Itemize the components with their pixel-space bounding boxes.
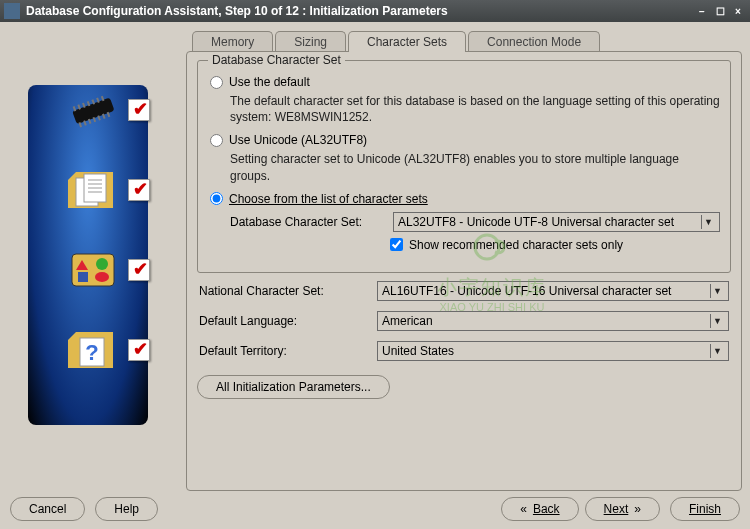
sidebar-step-memory [14, 80, 172, 140]
db-charset-label: Database Character Set: [230, 215, 385, 229]
show-recommended-checkbox[interactable] [390, 238, 403, 251]
svg-rect-6 [96, 98, 100, 103]
svg-point-23 [96, 258, 108, 270]
back-glyph-icon: « [520, 502, 527, 516]
svg-rect-2 [77, 104, 81, 109]
radio-choose-list-input[interactable] [210, 192, 223, 205]
bottom-bar: Cancel Help « Back Next » Finish [8, 491, 742, 521]
folder-docs-icon [58, 160, 128, 220]
sidebar-step-connmode: ? [14, 320, 172, 380]
close-button[interactable]: × [730, 4, 746, 18]
svg-rect-13 [102, 113, 106, 118]
svg-rect-7 [101, 96, 105, 101]
tabs: Memory Sizing Character Sets Connection … [186, 30, 742, 51]
default-language-select[interactable]: American ▼ [377, 311, 729, 331]
next-label: Next [604, 502, 629, 516]
svg-rect-10 [88, 119, 92, 124]
database-charset-group: Database Character Set Use the default T… [197, 60, 731, 273]
back-label: Back [533, 502, 560, 516]
option-choose-list: Choose from the list of character sets D… [210, 192, 720, 252]
show-recommended-label: Show recommended character sets only [409, 238, 623, 252]
left-buttons: Cancel Help [10, 497, 158, 521]
radio-use-unicode-input[interactable] [210, 134, 223, 147]
chevron-down-icon: ▼ [701, 215, 715, 229]
right-buttons: « Back Next » Finish [501, 497, 740, 521]
radio-use-default-input[interactable] [210, 76, 223, 89]
svg-rect-24 [78, 272, 88, 282]
app-icon [4, 3, 20, 19]
tab-connection-mode[interactable]: Connection Mode [468, 31, 600, 52]
radio-use-unicode[interactable]: Use Unicode (AL32UTF8) [210, 133, 720, 147]
finish-label: Finish [689, 502, 721, 516]
db-charset-row: Database Character Set: AL32UTF8 - Unico… [230, 212, 720, 232]
next-glyph-icon: » [634, 502, 641, 516]
sidebar: ? [8, 30, 178, 491]
default-language-row: Default Language: American ▼ [197, 311, 731, 331]
folder-help-icon: ? [58, 320, 128, 380]
svg-point-25 [95, 272, 109, 282]
default-territory-row: Default Territory: United States ▼ [197, 341, 731, 361]
shapes-tile-icon [68, 250, 118, 290]
radio-use-unicode-label: Use Unicode (AL32UTF8) [229, 133, 367, 147]
maximize-button[interactable]: ☐ [712, 4, 728, 18]
tab-character-sets[interactable]: Character Sets [348, 31, 466, 52]
default-language-label: Default Language: [199, 314, 369, 328]
finish-button[interactable]: Finish [670, 497, 740, 521]
default-territory-label: Default Territory: [199, 344, 369, 358]
next-button[interactable]: Next » [585, 497, 660, 521]
national-charset-label: National Character Set: [199, 284, 369, 298]
radio-choose-list-label: Choose from the list of character sets [229, 192, 428, 206]
svg-rect-11 [93, 117, 97, 122]
memory-chip-icon [63, 90, 123, 130]
radio-use-default[interactable]: Use the default [210, 75, 720, 89]
window-title: Database Configuration Assistant, Step 1… [26, 4, 694, 18]
default-language-value: American [382, 314, 433, 328]
tab-memory[interactable]: Memory [192, 31, 273, 52]
tab-sizing[interactable]: Sizing [275, 31, 346, 52]
svg-text:?: ? [85, 340, 98, 365]
svg-rect-8 [78, 122, 82, 127]
chevron-down-icon: ▼ [710, 344, 724, 358]
titlebar: Database Configuration Assistant, Step 1… [0, 0, 750, 22]
chevron-down-icon: ▼ [710, 314, 724, 328]
svg-rect-3 [82, 103, 86, 108]
all-params-row: All Initialization Parameters... [197, 375, 731, 399]
radio-choose-list[interactable]: Choose from the list of character sets [210, 192, 720, 206]
svg-rect-1 [73, 106, 77, 111]
svg-rect-4 [87, 101, 91, 106]
tab-panel: 小宇知识库 XIAO YU ZHI SHI KU Database Charac… [186, 51, 742, 491]
svg-rect-14 [107, 112, 111, 117]
svg-rect-12 [97, 115, 101, 120]
right-panel: Memory Sizing Character Sets Connection … [186, 30, 742, 491]
option-use-default: Use the default The default character se… [210, 75, 720, 125]
group-title: Database Character Set [208, 53, 345, 67]
window-buttons: − ☐ × [694, 4, 746, 18]
national-charset-value: AL16UTF16 - Unicode UTF-16 Universal cha… [382, 284, 671, 298]
national-charset-select[interactable]: AL16UTF16 - Unicode UTF-16 Universal cha… [377, 281, 729, 301]
all-init-params-button[interactable]: All Initialization Parameters... [197, 375, 390, 399]
checkmark-icon [128, 259, 150, 281]
back-button[interactable]: « Back [501, 497, 578, 521]
db-charset-value: AL32UTF8 - Unicode UTF-8 Universal chara… [398, 215, 674, 229]
main: ? Memory Sizing Character Sets Connectio… [8, 30, 742, 491]
use-default-desc: The default character set for this datab… [230, 93, 720, 125]
sidebar-step-charsets [14, 240, 172, 300]
checkmark-icon [128, 179, 150, 201]
option-use-unicode: Use Unicode (AL32UTF8) Setting character… [210, 133, 720, 183]
chevron-down-icon: ▼ [710, 284, 724, 298]
cancel-button[interactable]: Cancel [10, 497, 85, 521]
national-charset-row: National Character Set: AL16UTF16 - Unic… [197, 281, 731, 301]
svg-rect-5 [91, 99, 95, 104]
nav-buttons: « Back Next » [501, 497, 660, 521]
minimize-button[interactable]: − [694, 4, 710, 18]
radio-use-default-label: Use the default [229, 75, 310, 89]
svg-rect-9 [83, 120, 87, 125]
sidebar-step-sizing [14, 160, 172, 220]
help-button[interactable]: Help [95, 497, 158, 521]
use-unicode-desc: Setting character set to Unicode (AL32UT… [230, 151, 720, 183]
content: ? Memory Sizing Character Sets Connectio… [0, 22, 750, 529]
default-territory-select[interactable]: United States ▼ [377, 341, 729, 361]
db-charset-select[interactable]: AL32UTF8 - Unicode UTF-8 Universal chara… [393, 212, 720, 232]
show-recommended-row: Show recommended character sets only [390, 238, 720, 252]
default-territory-value: United States [382, 344, 454, 358]
